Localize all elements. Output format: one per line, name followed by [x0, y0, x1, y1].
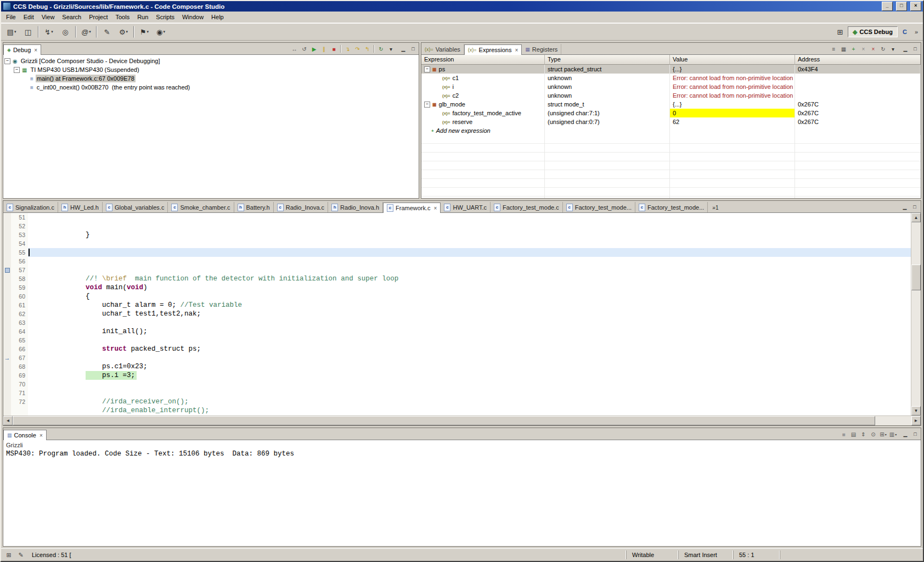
- maximize-view-button[interactable]: □: [911, 45, 920, 53]
- scroll-thumb[interactable]: [911, 265, 921, 290]
- step-over-button[interactable]: ↷: [353, 44, 362, 53]
- expression-row[interactable]: (x)= c1 unknown Error: cannot load from …: [421, 74, 921, 82]
- code-line[interactable]: 59 uchar_t alarm = 0; //Test variable: [3, 283, 911, 292]
- menu-item[interactable]: View: [38, 13, 59, 21]
- tab-factory-test-mode-c[interactable]: c Factory_test_mode.c: [491, 202, 563, 212]
- expander-icon[interactable]: −: [424, 66, 430, 72]
- refresh-button[interactable]: ↻: [376, 44, 386, 53]
- code-line[interactable]: 70 //irda_receiver_on();: [3, 380, 911, 389]
- code-line[interactable]: 51 }: [3, 213, 911, 222]
- clear-console-button[interactable]: ▤: [849, 430, 858, 439]
- target-config-button[interactable]: ◎: [57, 25, 74, 38]
- tab-radio-inova-c[interactable]: c Radio_Inova.c: [274, 202, 328, 212]
- refresh-button[interactable]: ↻: [878, 44, 888, 53]
- tab-smoke-chamber-c[interactable]: c Smoke_chamber.c: [168, 202, 234, 212]
- scroll-thumb[interactable]: [13, 416, 875, 425]
- expression-row[interactable]: (x)= reserve (unsigned char:0:7) 62 0x26…: [421, 117, 921, 126]
- debug-tree-row[interactable]: ≡ main() at Framework.c:67 0x009E78: [3, 74, 419, 83]
- scroll-down-arrow[interactable]: ▼: [911, 406, 921, 415]
- expression-row[interactable]: (x)= i unknown Error: cannot load from n…: [421, 82, 921, 91]
- terminate-button[interactable]: ■: [839, 430, 848, 439]
- close-tab-icon[interactable]: ×: [34, 47, 37, 53]
- maximize-view-button[interactable]: □: [409, 45, 418, 53]
- menu-item[interactable]: Run: [133, 13, 152, 21]
- expression-row[interactable]: (x)= factory_test_mode_active (unsigned …: [421, 109, 921, 117]
- settings-button[interactable]: ⚙ ▾: [115, 25, 132, 38]
- code-line[interactable]: → 67 ps.i =3;: [3, 353, 911, 362]
- restart-button[interactable]: ↺: [300, 44, 309, 53]
- close-tab-icon[interactable]: ×: [40, 432, 43, 439]
- code-line[interactable]: 61: [3, 301, 911, 310]
- expression-row[interactable]: + Add new expression: [421, 126, 921, 135]
- scroll-track[interactable]: [911, 222, 921, 406]
- menu-item[interactable]: Edit: [20, 13, 38, 21]
- menu-item[interactable]: File: [2, 13, 20, 21]
- new-button[interactable]: ▤ ▾: [3, 25, 20, 38]
- menu-item[interactable]: Help: [207, 13, 228, 21]
- maximize-window-button[interactable]: □: [896, 2, 907, 11]
- add-expression-button[interactable]: +: [849, 44, 858, 53]
- open-perspective-button[interactable]: ⊞: [834, 26, 846, 37]
- tab-framework-c[interactable]: c Framework.c ×: [383, 203, 441, 213]
- column-address[interactable]: Address: [795, 55, 921, 65]
- code-line[interactable]: 69: [3, 371, 911, 380]
- tab-factory-test-mode-3[interactable]: c Factory_test_mode...: [635, 202, 708, 212]
- view-menu-button[interactable]: ▾: [888, 44, 898, 53]
- code-line[interactable]: 53 struct __attribute__ ((__packed__)) p…: [3, 231, 911, 239]
- tab-factory-test-mode-2[interactable]: c Factory_test_mode...: [563, 202, 635, 212]
- code-line[interactable]: 58 {: [3, 274, 911, 283]
- vertical-scrollbar[interactable]: ▲ ▼: [911, 213, 921, 415]
- column-expression[interactable]: Expression: [421, 55, 545, 65]
- close-tab-icon[interactable]: ×: [515, 47, 518, 53]
- close-window-button[interactable]: ×: [910, 2, 921, 11]
- flash-button[interactable]: ↯ ▾: [41, 25, 57, 38]
- connect-target-button[interactable]: ↔: [290, 44, 299, 53]
- perspective-overflow-chevron[interactable]: »: [912, 26, 921, 37]
- code-line[interactable]: 66 ps.c1=0x23;: [3, 345, 911, 353]
- minimize-window-button[interactable]: _: [882, 2, 893, 11]
- show-type-names-button[interactable]: ≡: [829, 44, 838, 53]
- pin-console-button[interactable]: ⊙: [869, 430, 878, 439]
- debug-tree-row[interactable]: ≡ c_int00_noexit() 0x00B270 (the entry p…: [3, 83, 419, 92]
- suspend-button[interactable]: ∥: [319, 44, 329, 53]
- layout-button[interactable]: ▦: [839, 44, 848, 53]
- scroll-left-arrow[interactable]: ◄: [3, 416, 13, 425]
- tab-registers[interactable]: ▦ Registers: [522, 44, 561, 54]
- perspective-ccs-debug[interactable]: ◈ CCS Debug: [848, 26, 898, 37]
- terminate-button[interactable]: ■: [329, 44, 339, 53]
- minimize-view-button[interactable]: ▁: [901, 430, 910, 438]
- expander-icon[interactable]: −: [4, 58, 10, 64]
- code-line[interactable]: 63: [3, 318, 911, 327]
- expander-icon[interactable]: −: [424, 102, 430, 108]
- tab-hw-led-h[interactable]: h HW_Led.h: [58, 202, 103, 212]
- expander-icon[interactable]: −: [14, 67, 20, 73]
- step-into-button[interactable]: ↴: [343, 44, 352, 53]
- tab-console[interactable]: ▥ Console ×: [3, 430, 47, 440]
- maximize-view-button[interactable]: □: [910, 203, 919, 211]
- editor-mode-icon[interactable]: ✎: [16, 552, 25, 559]
- editor-tab-overflow-chevron[interactable]: »1: [712, 205, 718, 211]
- perspective-c-cpp[interactable]: C: [899, 26, 910, 37]
- column-type[interactable]: Type: [545, 55, 670, 65]
- code-line[interactable]: 71 //irda_enable_interrupt();: [3, 389, 911, 397]
- tab-variables[interactable]: (x)= Variables: [421, 44, 464, 54]
- debug-tree-row[interactable]: − ▦ TI MSP430 USB1/MSP430 (Suspended): [3, 65, 419, 74]
- tab-signalization-c[interactable]: c Signalization.c: [3, 202, 58, 212]
- scroll-right-arrow[interactable]: ►: [911, 416, 921, 425]
- scroll-up-arrow[interactable]: ▲: [911, 213, 921, 222]
- menu-item[interactable]: Search: [58, 13, 85, 21]
- edit-source-button[interactable]: ✎: [99, 25, 115, 38]
- display-console-button[interactable]: ▥ ▾: [888, 430, 898, 439]
- minimize-view-button[interactable]: ▁: [900, 203, 909, 211]
- resume-button[interactable]: ▶: [309, 44, 319, 53]
- remove-expression-button[interactable]: ×: [859, 44, 868, 53]
- step-return-button[interactable]: ↰: [363, 44, 372, 53]
- code-line[interactable]: 55: [3, 248, 911, 257]
- open-console-button[interactable]: ⊞ ▾: [878, 430, 888, 439]
- tab-battery-h[interactable]: h Battery.h: [234, 202, 274, 212]
- remove-all-button[interactable]: ×: [869, 44, 878, 53]
- menu-item[interactable]: Tools: [111, 13, 133, 21]
- code-line[interactable]: 62 init_all();: [3, 310, 911, 318]
- code-line[interactable]: 57 void main(void): [3, 266, 911, 274]
- menu-item[interactable]: Scripts: [152, 13, 178, 21]
